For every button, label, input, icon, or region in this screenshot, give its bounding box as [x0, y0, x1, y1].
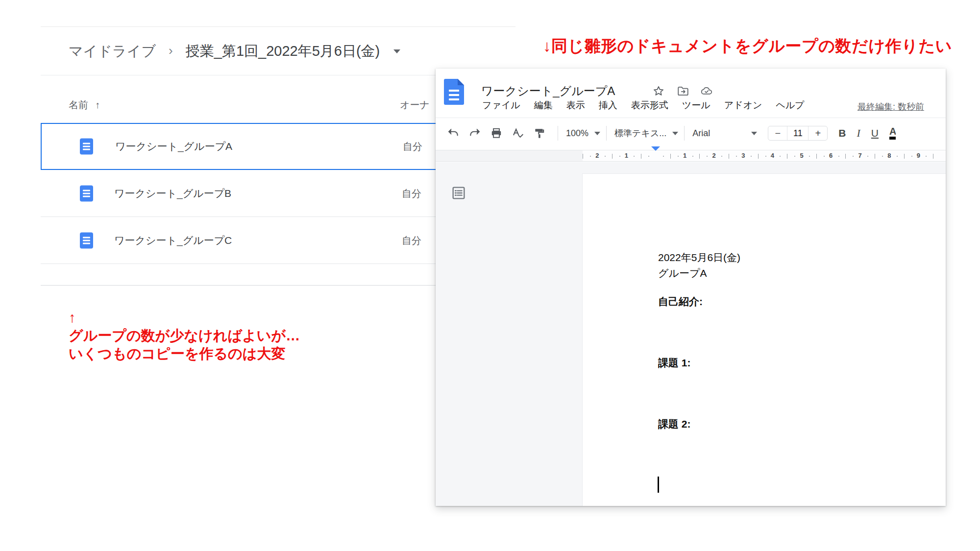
doc-text-task2: 課題 2:: [658, 417, 691, 431]
ruler-tick: [612, 154, 612, 159]
ruler-dot: [867, 156, 868, 157]
ruler-number: 8: [887, 152, 891, 159]
annotation-copy-effort: ↑ グループの数が少なければよいが… いくつものコピーを作るのは大変: [69, 309, 300, 363]
underline-button[interactable]: U: [871, 127, 879, 139]
redo-icon[interactable]: [468, 127, 481, 140]
ruler-margin-area: [436, 150, 583, 161]
ruler-tick: [583, 154, 583, 159]
ruler-dot: [882, 156, 883, 157]
document-page[interactable]: 2022年5月6日(金) グループA 自己紹介: 課題 1: 課題 2:: [583, 174, 946, 506]
last-edit-link[interactable]: 最終編集: 数秒前: [858, 101, 924, 113]
menu-表示形式[interactable]: 表示形式: [631, 99, 668, 112]
decrease-font-size-button[interactable]: −: [768, 128, 787, 139]
file-name[interactable]: ワークシート_グループA: [115, 140, 232, 153]
style-value: 標準テキス...: [614, 127, 666, 139]
breadcrumb-current-folder[interactable]: 授業_第1回_2022年5月6日(金): [186, 42, 380, 61]
file-owner: 自分: [403, 140, 422, 153]
ruler-number: 3: [741, 152, 745, 159]
text-color-button-clipped[interactable]: A: [889, 126, 896, 141]
ruler-dot: [605, 156, 606, 157]
ruler-dot: [663, 156, 664, 157]
document-outline-icon[interactable]: [451, 185, 466, 201]
font-value: Arial: [692, 128, 710, 139]
ruler-tick: [845, 154, 846, 159]
google-docs-file-icon: [80, 185, 93, 201]
breadcrumb-my-drive[interactable]: マイドライブ: [69, 42, 156, 61]
document-title[interactable]: ワークシート_グループA: [481, 83, 615, 99]
ruler-tick: [729, 154, 729, 159]
ruler-tick: [816, 154, 817, 159]
folder-actions-caret-icon[interactable]: [393, 49, 400, 53]
paint-format-icon[interactable]: [533, 127, 546, 140]
italic-button[interactable]: I: [857, 127, 860, 140]
bold-button[interactable]: B: [838, 127, 846, 139]
column-name-sort[interactable]: 名前 ↑: [69, 98, 100, 112]
ruler-number: 7: [858, 152, 862, 159]
screenshot-canvas: ↓同じ雛形のドキュメントをグループの数だけ作りたい マイドライブ › 授業_第1…: [0, 0, 980, 551]
chevron-right-icon: ›: [169, 43, 173, 58]
chevron-down-icon: [751, 132, 757, 135]
doc-text-date: 2022年5月6日(金): [658, 251, 740, 264]
font-family-select[interactable]: Arial: [692, 128, 757, 139]
indent-marker-icon[interactable]: [651, 151, 660, 160]
annotation-up-arrow: ↑: [69, 309, 300, 327]
ruler-dot: [590, 156, 591, 157]
menu-編集[interactable]: 編集: [534, 99, 553, 112]
docs-window: ワークシート_グループA ファイル編集表示挿入表示形式ツールアドオンヘルプ 最終…: [436, 69, 946, 506]
column-name-label: 名前: [69, 98, 88, 112]
cloud-saved-icon[interactable]: [700, 85, 713, 97]
font-size-stepper: − 11 +: [768, 126, 828, 141]
chevron-down-icon: [672, 132, 678, 135]
increase-font-size-button[interactable]: +: [808, 128, 827, 139]
zoom-select[interactable]: 100%: [566, 128, 600, 139]
zoom-value: 100%: [566, 128, 588, 139]
document-area: 2022年5月6日(金) グループA 自己紹介: 課題 1: 課題 2:: [436, 162, 946, 506]
file-owner: 自分: [402, 234, 421, 247]
annotation-line-2: いくつものコピーを作るのは大変: [69, 345, 300, 363]
ruler-dot: [911, 156, 912, 157]
docs-toolbar: 100% 標準テキス... Arial − 11 + B I U: [436, 118, 946, 148]
ruler-dot: [838, 156, 839, 157]
doc-text-group: グループA: [658, 266, 707, 280]
ruler-tick: [699, 154, 700, 159]
menu-アドオン[interactable]: アドオン: [724, 99, 762, 112]
ruler-tick: [670, 154, 671, 159]
file-owner: 自分: [402, 187, 421, 200]
paragraph-style-select[interactable]: 標準テキス...: [614, 127, 678, 139]
ruler-tick: [933, 154, 933, 159]
ruler-dot: [853, 156, 854, 157]
toolbar-divider: [684, 126, 685, 141]
file-name[interactable]: ワークシート_グループC: [114, 234, 232, 247]
font-size-value[interactable]: 11: [787, 126, 808, 140]
ruler-number: 6: [829, 152, 833, 159]
menu-ツール[interactable]: ツール: [682, 99, 710, 112]
ruler-number: 9: [917, 152, 920, 159]
ruler-dot: [619, 156, 620, 157]
docs-menubar: ファイル編集表示挿入表示形式ツールアドオンヘルプ: [482, 99, 805, 112]
ruler-tick: [904, 154, 905, 159]
file-name[interactable]: ワークシート_グループB: [114, 187, 231, 200]
spellcheck-icon[interactable]: [512, 127, 524, 140]
ruler-dot: [824, 156, 825, 157]
ruler-dot: [897, 156, 898, 157]
menu-挿入[interactable]: 挿入: [599, 99, 617, 112]
print-icon[interactable]: [490, 127, 503, 140]
text-cursor: [658, 477, 659, 493]
doc-text-intro: 自己紹介:: [658, 295, 703, 309]
ruler-dot: [692, 156, 693, 157]
google-docs-logo-icon[interactable]: [444, 79, 464, 105]
ruler-tick: [875, 154, 875, 159]
google-docs-file-icon: [80, 232, 93, 248]
undo-icon[interactable]: [447, 127, 460, 140]
move-to-folder-icon[interactable]: [677, 85, 689, 97]
ruler-tick: [787, 154, 787, 159]
ruler-dot: [926, 156, 927, 157]
menu-表示[interactable]: 表示: [566, 99, 585, 112]
menu-ファイル[interactable]: ファイル: [482, 99, 520, 112]
ruler-dot: [707, 156, 708, 157]
ruler-dot: [794, 156, 795, 157]
logo-fold-shade: [458, 79, 464, 85]
ruler-tick: [758, 154, 759, 159]
menu-ヘルプ[interactable]: ヘルプ: [776, 99, 804, 112]
star-icon[interactable]: [652, 85, 665, 97]
